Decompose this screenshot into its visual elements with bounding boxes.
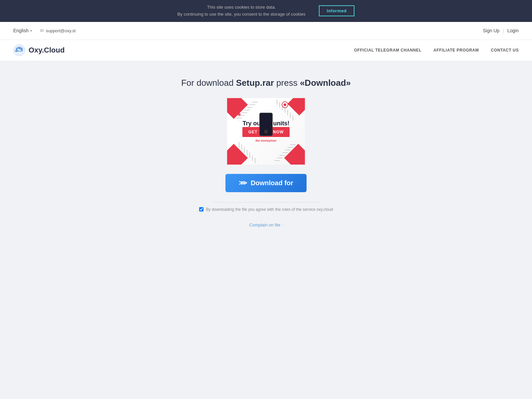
login-link[interactable]: Login [507, 28, 519, 33]
complain-link[interactable]: Complain on file · [249, 222, 283, 227]
logo-text: Oxy.Cloud [29, 46, 65, 55]
logo[interactable]: Oxy.Cloud [13, 44, 65, 56]
divider: | [503, 28, 504, 33]
top-bar-left: English ▾ ✉ support@oxy.st [13, 28, 75, 33]
title-action: «Download» [300, 78, 351, 88]
top-bar-right: Sign Up | Login [483, 28, 519, 33]
informed-button[interactable]: Informed [319, 5, 355, 16]
nav-contact[interactable]: CONTACT US [491, 48, 519, 53]
logo-icon [13, 44, 25, 56]
agreement-row: By downloading the file you agree with t… [130, 207, 402, 212]
ad-target-icon [282, 101, 288, 108]
ad-banner[interactable]: ◈ Try our ad units! GET THEM NOW the mon… [227, 98, 305, 165]
email-address: support@oxy.st [46, 28, 76, 33]
header: Oxy.Cloud OFFICIAL TELEGRAM CHANNEL AFFI… [0, 40, 532, 61]
ad-cursor-icon: ◈ [237, 111, 241, 117]
page-title: For download Setup.rar press «Download» [130, 78, 402, 88]
cookie-line1: This site uses cookies to store data. [207, 5, 276, 10]
language-selector[interactable]: English ▾ [13, 28, 32, 33]
support-email: ✉ support@oxy.st [40, 28, 76, 33]
chevron-down-icon: ▾ [30, 29, 32, 33]
title-pre: For download [181, 78, 236, 88]
download-button[interactable]: ⋙ Download for [225, 174, 307, 192]
download-icon: ⋙ [239, 179, 247, 187]
cookie-line2: By continuing to use the site, you conse… [178, 12, 306, 17]
nav-affiliate[interactable]: AFFILIATE PROGRAM [434, 48, 479, 53]
main-content: For download Setup.rar press «Download» … [123, 78, 409, 228]
agreement-text: By downloading the file you agree with t… [206, 207, 333, 212]
signup-link[interactable]: Sign Up [483, 28, 499, 33]
top-bar: English ▾ ✉ support@oxy.st Sign Up | Log… [0, 22, 532, 40]
ad-shape-br [284, 144, 305, 164]
ad-phone-icon [259, 113, 273, 136]
cookie-message: This site uses cookies to store data. By… [178, 4, 306, 18]
ad-logo: the moneytizer [255, 139, 277, 142]
main-nav: OFFICIAL TELEGRAM CHANNEL AFFILIATE PROG… [354, 48, 519, 53]
download-section: ⋙ Download for [130, 174, 402, 199]
ad-shape-bl [227, 144, 248, 164]
email-icon: ✉ [40, 28, 44, 33]
cookie-banner: This site uses cookies to store data. By… [0, 0, 532, 22]
language-label: English [13, 28, 29, 33]
title-mid: press [274, 78, 300, 88]
download-button-label: Download for [251, 179, 293, 187]
title-filename: Setup.rar [236, 78, 274, 88]
ad-inner: ◈ Try our ad units! GET THEM NOW the mon… [227, 98, 305, 165]
separator [213, 202, 319, 202]
agreement-checkbox[interactable] [199, 207, 203, 211]
nav-telegram[interactable]: OFFICIAL TELEGRAM CHANNEL [354, 48, 422, 53]
